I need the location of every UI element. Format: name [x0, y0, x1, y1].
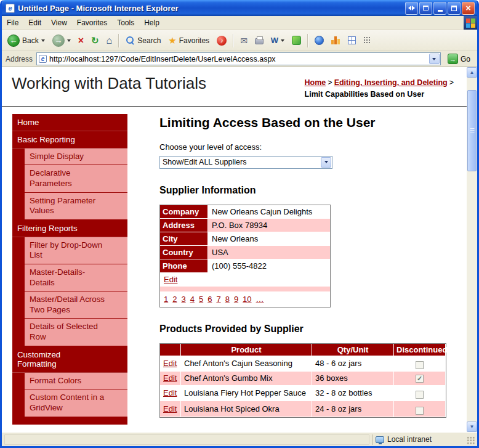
grid-icon	[348, 36, 356, 44]
tool-globe-button[interactable]	[312, 34, 327, 47]
pager-link[interactable]: 1	[164, 295, 168, 304]
discontinued-cell	[394, 401, 446, 417]
maximize-button[interactable]	[448, 2, 461, 15]
pager-row: 12345678910…	[160, 292, 330, 307]
sidebar-item-customized-formatting[interactable]: Customized Formatting	[12, 346, 127, 373]
sidebar-item-declarative-parameters[interactable]: Declarative Parameters	[12, 165, 127, 192]
sidebar-item-custom-content-in-a-gridview[interactable]: Custom Content in a GridView	[12, 389, 127, 417]
tool-dots-button[interactable]	[360, 35, 374, 46]
pager-link[interactable]: 8	[225, 295, 230, 304]
discontinued-checkbox[interactable]	[416, 407, 424, 415]
scrollbar-track[interactable]	[467, 78, 477, 422]
close-button[interactable]: ×	[462, 2, 475, 15]
forward-button[interactable]: →	[49, 33, 74, 49]
sidebar-item-details-of-selected-row[interactable]: Details of Selected Row	[12, 319, 127, 346]
table-row: Company New Orleans Cajun Delights	[160, 205, 330, 219]
menu-edit[interactable]: Edit	[23, 16, 46, 30]
edit-link[interactable]: Edit	[163, 388, 177, 397]
chart-icon	[331, 36, 340, 44]
breadcrumb-home-link[interactable]: Home	[305, 78, 326, 87]
pager-link[interactable]: 2	[172, 295, 177, 304]
sidebar-item-master-detail-across-two-pages[interactable]: Master/Detail Across Two Pages	[12, 291, 127, 319]
field-label: Company	[160, 205, 208, 219]
discontinued-checkbox[interactable]	[416, 361, 424, 369]
forward-dropdown-icon[interactable]	[67, 39, 71, 42]
mail-icon: ✉	[240, 36, 248, 45]
back-dropdown-icon[interactable]	[41, 39, 45, 42]
pager-link[interactable]: …	[256, 295, 264, 304]
back-button[interactable]: ← Back	[4, 33, 48, 49]
media-button[interactable]: ♪	[214, 34, 230, 47]
discontinued-checkbox[interactable]	[416, 391, 424, 399]
table-row: Edit Chef Anton's Gumbo Mix 36 boxes ✓	[160, 372, 446, 386]
chevron-down-icon[interactable]	[321, 157, 331, 168]
tool-chart-button[interactable]	[328, 35, 344, 46]
edit-link[interactable]: Edit	[163, 373, 177, 383]
window-box-button[interactable]	[419, 2, 432, 15]
pager-link[interactable]: 9	[234, 295, 238, 304]
sidebar-item-label: Declarative Parameters	[25, 165, 127, 192]
main-content: Limiting Access Based on the User Choose…	[159, 114, 445, 425]
mail-button[interactable]: ✉	[237, 35, 251, 47]
edit-link[interactable]: Edit	[163, 404, 177, 413]
supplier-details-table: Company New Orleans Cajun Delights Addre…	[159, 205, 331, 307]
pager-link[interactable]: 10	[243, 295, 251, 304]
minimize-button[interactable]	[433, 2, 446, 15]
dots-grid-icon	[363, 36, 371, 44]
menu-spacer	[164, 16, 464, 30]
menu-file[interactable]: File	[2, 16, 23, 30]
edit-link[interactable]: Edit	[164, 275, 177, 284]
refresh-button[interactable]: ↻	[88, 34, 102, 47]
scrollbar-thumb[interactable]	[467, 90, 477, 171]
vertical-scrollbar[interactable]: ▲ ▼	[467, 67, 477, 432]
sidebar-item-home[interactable]: Home	[12, 114, 127, 131]
page-body: Home Basic Reporting Simple Display Decl…	[2, 107, 467, 425]
field-label: City	[160, 232, 208, 246]
stop-button[interactable]: ×	[75, 34, 87, 47]
sidebar-item-filtering-reports[interactable]: Filtering Reports	[12, 220, 127, 237]
sidebar-item-master-details-details[interactable]: Master-Details-Details	[12, 264, 127, 291]
table-row: Edit Louisiana Hot Spiced Okra 24 - 8 oz…	[160, 401, 446, 417]
scroll-up-button[interactable]: ▲	[467, 67, 477, 78]
resize-grip[interactable]	[467, 436, 475, 445]
menu-help[interactable]: Help	[139, 16, 164, 30]
messenger-button[interactable]	[289, 34, 304, 47]
menu-view[interactable]: View	[46, 16, 72, 30]
pager-link[interactable]: 3	[181, 295, 185, 304]
edit-dropdown-icon[interactable]	[281, 39, 284, 42]
address-dropdown-button[interactable]	[429, 54, 440, 64]
sidebar-item-basic-reporting[interactable]: Basic Reporting	[12, 131, 127, 149]
sidebar-item-filter-by-drop-down-list[interactable]: Filter by Drop-Down List	[12, 237, 127, 264]
sidebar-item-format-colors[interactable]: Format Colors	[12, 373, 127, 390]
scroll-down-button[interactable]: ▼	[467, 422, 477, 432]
pager-link[interactable]: 4	[190, 295, 195, 304]
menu-favorites[interactable]: Favorites	[72, 16, 112, 30]
tool-grid-button[interactable]	[345, 35, 359, 46]
favorites-button[interactable]: ★ Favorites	[165, 34, 212, 47]
site-title: Working with Data Tutorials	[12, 75, 206, 93]
go-label: Go	[461, 55, 470, 63]
go-arrow-icon: →	[448, 54, 458, 64]
resize-arrows-button[interactable]	[405, 2, 418, 15]
window-titlebar: e Untitled Page - Microsoft Internet Exp…	[2, 0, 477, 16]
search-button[interactable]: Search	[123, 34, 164, 47]
pager-link[interactable]: 7	[216, 295, 220, 304]
menu-tools[interactable]: Tools	[112, 16, 139, 30]
print-button[interactable]	[252, 35, 267, 46]
sidebar-item-label: Setting Parameter Values	[25, 193, 127, 220]
sidebar-item-setting-parameter-values[interactable]: Setting Parameter Values	[12, 193, 127, 220]
sidebar-item-simple-display[interactable]: Simple Display	[12, 149, 127, 166]
messenger-icon	[292, 36, 301, 45]
discontinued-checkbox[interactable]: ✓	[416, 375, 424, 383]
pager-link[interactable]: 6	[207, 295, 212, 304]
access-level-select[interactable]: Show/Edit ALL Suppliers	[159, 156, 332, 169]
breadcrumb-section-link[interactable]: Editing, Inserting, and Deleting	[334, 78, 448, 87]
address-input[interactable]	[49, 55, 427, 63]
search-icon	[126, 36, 135, 45]
home-button[interactable]: ⌂	[103, 34, 116, 47]
go-button[interactable]: → Go	[445, 54, 473, 64]
pager-link[interactable]: 5	[199, 295, 203, 304]
edit-with-word-button[interactable]: W	[268, 34, 288, 47]
sidebar-item-partial[interactable]	[12, 417, 127, 425]
edit-link[interactable]: Edit	[163, 359, 177, 368]
